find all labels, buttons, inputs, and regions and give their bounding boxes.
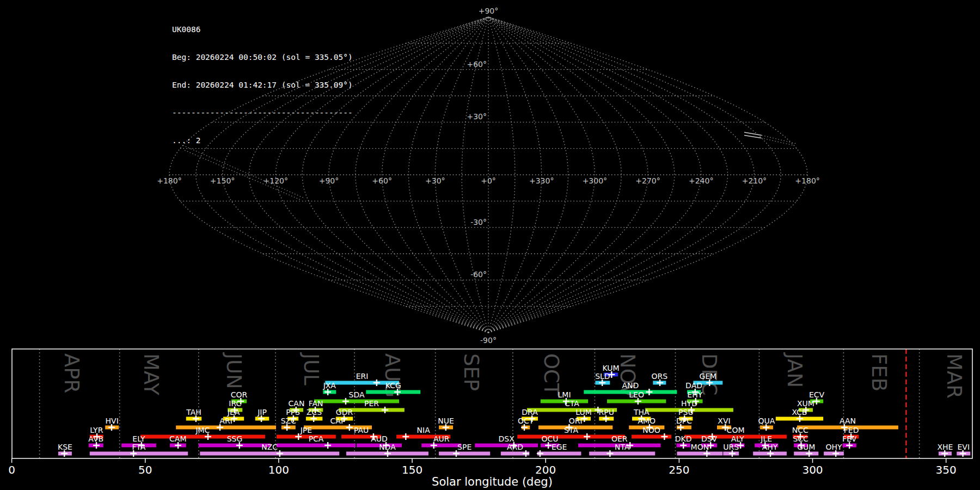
shower-bar bbox=[677, 452, 722, 456]
x-tick-label: 300 bbox=[802, 463, 823, 476]
shower-code-label: AUD bbox=[371, 434, 388, 443]
shower-code-label: JMC bbox=[195, 426, 210, 434]
grid-meridian bbox=[488, 17, 728, 333]
lon-label: +150° bbox=[210, 176, 235, 185]
shower-bar bbox=[140, 435, 265, 439]
x-tick-label: 100 bbox=[268, 463, 289, 476]
shower-code-label: CAN bbox=[289, 399, 305, 408]
shower-code-label: SDA bbox=[349, 390, 365, 399]
shower-code-label: COM bbox=[727, 426, 745, 434]
shower-bar bbox=[537, 452, 581, 456]
shower-code-label: XVI bbox=[718, 416, 730, 425]
end-time: End: 20260224 01:42:17 (sol = 335.09°) bbox=[172, 81, 353, 90]
shower-code-label: AAN bbox=[840, 416, 856, 425]
shower-code-label: AHY bbox=[762, 443, 778, 451]
shower-bar bbox=[439, 452, 490, 456]
meteor-trail-prolongation bbox=[761, 138, 794, 146]
separator-line: -------------------------------------- bbox=[172, 108, 353, 118]
shower-code-label: SLD bbox=[595, 372, 610, 381]
shower-bar bbox=[314, 400, 399, 403]
shower-code-label: FAN bbox=[309, 399, 323, 408]
lon-label: +210° bbox=[742, 176, 767, 185]
shower-code-label: EHY bbox=[687, 390, 702, 399]
lat-label: -60° bbox=[470, 270, 487, 279]
shower-code-label: THA bbox=[633, 408, 650, 416]
shower-code-label: SCC bbox=[793, 434, 808, 443]
shower-code-label: ZCS bbox=[307, 408, 322, 416]
x-tick-label: 150 bbox=[402, 463, 422, 476]
pole-label: +90° bbox=[479, 7, 499, 15]
shower-code-label: LEO bbox=[629, 390, 644, 399]
lon-label: +60° bbox=[372, 176, 392, 185]
shower-code-label: SPE bbox=[457, 443, 471, 451]
observation-info: UK0086 Beg: 20260224 00:50:02 (sol = 335… bbox=[172, 7, 353, 164]
lon-label: +0° bbox=[481, 176, 496, 185]
shower-bar bbox=[421, 444, 461, 448]
shower-code-label: DSV bbox=[701, 434, 718, 443]
shower-code-label: JLE bbox=[760, 434, 772, 443]
shower-code-label: AVB bbox=[88, 434, 103, 443]
shower-code-label: JPE bbox=[300, 426, 312, 434]
shower-code-label: XCB bbox=[792, 408, 807, 416]
shower-code-label: OHY bbox=[825, 443, 842, 451]
shower-code-label: AUR bbox=[433, 434, 450, 443]
x-axis-title: Solar longitude (deg) bbox=[432, 475, 553, 488]
shower-bar bbox=[589, 452, 655, 456]
shower-code-label: NZC bbox=[261, 443, 278, 451]
lon-label: +180° bbox=[795, 176, 819, 185]
shower-code-label: OCT bbox=[518, 416, 534, 425]
shower-bar bbox=[517, 435, 625, 439]
shower-code-label: ELY bbox=[132, 434, 145, 443]
meteor-trail bbox=[744, 136, 761, 138]
shower-code-label: GDR bbox=[336, 408, 353, 416]
shower-bar bbox=[277, 444, 356, 448]
shower-code-label: PSU bbox=[678, 408, 694, 416]
shower-code-label: OCU bbox=[542, 434, 559, 443]
shower-code-label: JIP bbox=[257, 408, 267, 416]
month-label: FEB bbox=[867, 353, 891, 391]
shower-code-label: NOO bbox=[642, 426, 660, 434]
shower-code-label: STA bbox=[564, 426, 578, 434]
shower-bar bbox=[199, 444, 271, 448]
shower-code-label: FTA bbox=[132, 443, 146, 451]
shower-code-label: DAD bbox=[685, 381, 702, 390]
shower-code-label: PER bbox=[364, 399, 379, 408]
shower-code-label: LMI bbox=[558, 390, 571, 399]
shower-code-label: DSX bbox=[498, 434, 514, 443]
shower-bar bbox=[366, 390, 420, 394]
month-label: MAY bbox=[139, 353, 163, 395]
month-label: MAR bbox=[942, 353, 966, 399]
shower-code-label: NIA bbox=[417, 426, 431, 434]
month-label: APR bbox=[60, 353, 83, 393]
shower-code-label: TAH bbox=[186, 408, 201, 416]
sky-and-timeline-plot: +180°+150°+120°+90°+60°+30°+0°+330°+300°… bbox=[0, 0, 980, 490]
shower-code-label: EVI bbox=[957, 443, 970, 451]
x-tick-label: 200 bbox=[535, 463, 556, 476]
pole-label: -90° bbox=[480, 336, 497, 345]
shower-code-label: JXA bbox=[323, 381, 336, 390]
shower-code-label: HYD bbox=[681, 399, 697, 408]
shower-code-label: URS bbox=[723, 443, 739, 451]
lat-label: -30° bbox=[470, 218, 487, 226]
shower-code-label: KCG bbox=[385, 381, 401, 390]
shower-code-label: ERI bbox=[356, 372, 369, 381]
shower-code-label: OER bbox=[611, 434, 628, 443]
shower-code-label: FED bbox=[844, 426, 859, 434]
shower-bar bbox=[200, 452, 339, 456]
x-tick-label: 50 bbox=[138, 463, 152, 476]
shower-code-label: AMO bbox=[638, 416, 656, 425]
shower-code-label: ORI bbox=[569, 416, 583, 425]
shower-code-label: EGE bbox=[552, 443, 567, 451]
shower-code-label: CTA bbox=[565, 399, 579, 408]
shower-code-label: AND bbox=[622, 381, 639, 390]
shower-code-label: LUM bbox=[575, 408, 591, 416]
shower-code-label: XHE bbox=[937, 443, 953, 451]
meteor-observation-screen: +180°+150°+120°+90°+60°+30°+0°+330°+300°… bbox=[0, 0, 980, 490]
month-label: JUL bbox=[299, 352, 323, 385]
month-label: SEP bbox=[460, 353, 483, 391]
shower-code-label: FEV bbox=[842, 434, 857, 443]
shower-code-label: SZC bbox=[281, 416, 296, 425]
shower-code-label: RPU bbox=[599, 408, 614, 416]
shower-code-label: NDA bbox=[379, 443, 396, 451]
shower-code-label: IRC bbox=[229, 399, 241, 408]
